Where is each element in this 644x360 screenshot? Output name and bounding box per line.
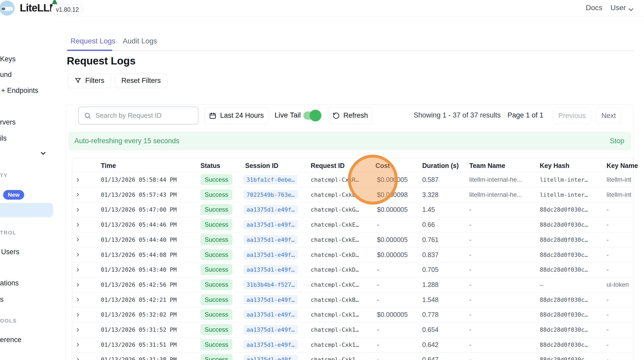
page-indicator: Page 1 of 1: [508, 111, 543, 119]
sidebar-item-inference[interactable]: erence: [0, 336, 22, 344]
sidebar-collapse-chevron-icon[interactable]: [40, 150, 47, 157]
status-badge: Success: [200, 174, 232, 185]
previous-page-button[interactable]: Previous: [553, 108, 591, 124]
cell-key-hash: –: [540, 281, 543, 288]
sidebar-item-guardrails[interactable]: ils: [0, 134, 7, 142]
cell-time: 01/13/2026 05:44:08 PM: [101, 251, 177, 258]
chevron-down-icon[interactable]: [627, 6, 635, 14]
cell-request-id: chatcmpl-CxkE…: [311, 236, 359, 243]
table-row[interactable]: › 01/13/2026 05:31:51 PM Success aa1375d…: [72, 337, 633, 352]
time-range-button[interactable]: Last 24 Hours: [204, 107, 269, 124]
expand-row-chevron-icon[interactable]: ›: [76, 220, 79, 228]
search-icon: [84, 112, 91, 119]
cell-session-id-link[interactable]: aa1375d1-e49f…: [243, 310, 298, 319]
expand-row-chevron-icon[interactable]: ›: [76, 205, 79, 213]
expand-row-chevron-icon[interactable]: ›: [76, 340, 79, 348]
live-tail-toggle[interactable]: [303, 112, 321, 120]
cell-time: 01/13/2026 05:44:46 PM: [101, 221, 177, 228]
expand-row-chevron-icon[interactable]: ›: [76, 310, 79, 318]
cell-duration: 0.587: [422, 176, 439, 184]
cell-session-id-link[interactable]: aa1375d1-e49f…: [243, 265, 298, 274]
expand-row-chevron-icon[interactable]: ›: [76, 280, 79, 288]
cell-team-name: -: [469, 266, 471, 273]
expand-row-chevron-icon[interactable]: ›: [76, 175, 79, 183]
cell-session-id-link[interactable]: aa1375d1-e49f…: [243, 220, 298, 229]
tab-audit-logs[interactable]: Audit Logs: [123, 37, 157, 45]
cell-session-id-link[interactable]: aa1375d1-e49f…: [243, 250, 298, 259]
table-row[interactable]: › 01/13/2026 05:31:38 PM Success aa1375d…: [72, 352, 633, 360]
search-input[interactable]: [95, 111, 190, 120]
cell-key-hash: 88dc28d0f030c…: [540, 311, 588, 318]
cell-session-id-link[interactable]: 31bfa1cf-0ebe…: [243, 175, 298, 184]
expand-row-chevron-icon[interactable]: ›: [76, 265, 79, 273]
expand-row-chevron-icon[interactable]: ›: [76, 295, 79, 303]
filters-button-label: Filters: [85, 77, 105, 85]
cell-request-id: chatcmpl-Cxk1…: [311, 356, 359, 360]
sidebar-item-models-endpoints[interactable]: + Endpoints: [1, 87, 38, 95]
table-row[interactable]: › 01/13/2026 05:44:46 PM Success aa1375d…: [72, 217, 633, 232]
cell-session-id-link[interactable]: 7022549b-763e…: [243, 190, 298, 199]
cell-session-id-link[interactable]: 31b3b4b4-f527…: [243, 280, 298, 289]
reset-filters-button[interactable]: Reset Filters: [115, 73, 167, 88]
expand-row-chevron-icon[interactable]: ›: [76, 190, 79, 198]
cell-time: 01/13/2026 05:42:56 PM: [101, 281, 177, 288]
cell-cost: -: [377, 296, 379, 303]
cell-duration: 0.642: [422, 341, 439, 348]
table-row[interactable]: › 01/13/2026 05:44:08 PM Success aa1375d…: [72, 247, 633, 263]
cell-time: 01/13/2026 05:31:51 PM: [101, 341, 177, 348]
refresh-label: Refresh: [343, 112, 368, 120]
expand-row-chevron-icon[interactable]: ›: [76, 355, 79, 360]
table-row[interactable]: › 01/13/2026 05:31:52 PM Success aa1375d…: [72, 322, 633, 337]
status-badge: Success: [200, 189, 232, 200]
cell-session-id-link[interactable]: aa1375d1-e49f…: [243, 205, 298, 214]
cell-team-name: litellm-internal-he...: [469, 191, 522, 198]
cell-key-name: -: [607, 206, 609, 213]
table-row[interactable]: › 01/13/2026 05:47:00 PM Success aa1375d…: [72, 202, 633, 217]
cell-cost: -: [377, 281, 379, 288]
table-row[interactable]: › 01/13/2026 05:32:02 PM Success aa1375d…: [72, 307, 633, 322]
search-box[interactable]: [78, 107, 198, 125]
cell-request-id: chatcmpl-CxkC…: [311, 281, 359, 288]
sidebar-item-teams[interactable]: s: [0, 296, 4, 304]
status-badge: Success: [200, 234, 232, 245]
cell-session-id-link[interactable]: aa1375d1-e49f…: [243, 325, 298, 334]
tab-request-logs[interactable]: Request Logs: [70, 37, 115, 45]
cell-key-name: -: [607, 221, 609, 228]
expand-row-chevron-icon[interactable]: ›: [76, 325, 79, 333]
app-root: LiteLLM v1.80.12 Docs User Keys und + En…: [0, 0, 644, 360]
sidebar-item-users[interactable]: Users: [1, 248, 19, 256]
sidebar-item-selected[interactable]: [0, 203, 53, 217]
cell-key-name: -: [607, 236, 609, 243]
cell-key-hash: litellm-inter…: [540, 191, 588, 198]
sidebar-item-playground[interactable]: und: [0, 71, 12, 79]
refresh-button[interactable]: Refresh: [328, 107, 372, 124]
status-badge: Success: [200, 249, 232, 260]
expand-row-chevron-icon[interactable]: ›: [76, 235, 79, 243]
table-row[interactable]: › 01/13/2026 05:44:40 PM Success aa1375d…: [72, 232, 633, 247]
filters-button[interactable]: Filters: [68, 73, 111, 88]
stop-auto-refresh-button[interactable]: Stop: [610, 137, 624, 145]
expand-row-chevron-icon[interactable]: ›: [76, 250, 79, 258]
next-page-button[interactable]: Next: [596, 108, 621, 124]
cell-duration: 0.654: [422, 326, 439, 333]
toggle-knob: [310, 110, 321, 121]
live-tail-label: Live Tail: [275, 111, 301, 119]
user-menu[interactable]: User: [610, 4, 626, 12]
sidebar-item-servers[interactable]: rvers: [0, 118, 16, 126]
cell-session-id-link[interactable]: aa1375d1-e49f…: [243, 235, 298, 244]
col-request-id: Request ID: [311, 162, 345, 169]
cell-key-hash: 88dc28d0f030c…: [540, 206, 588, 213]
cell-session-id-link[interactable]: aa1375d1-e49f…: [243, 295, 298, 304]
docs-link[interactable]: Docs: [586, 4, 602, 12]
col-session-id: Session ID: [245, 162, 278, 169]
table-row[interactable]: › 01/13/2026 05:42:56 PM Success 31b3b4b…: [72, 277, 633, 292]
table-row[interactable]: › 01/13/2026 05:43:40 PM Success aa1375d…: [72, 262, 633, 277]
sidebar-section-activity: TY: [0, 173, 8, 179]
sidebar-item-organizations[interactable]: ations: [0, 279, 19, 287]
cell-team-name: -: [469, 221, 471, 228]
new-badge: New: [3, 190, 24, 200]
cell-session-id-link[interactable]: aa1375d1-e49f…: [243, 355, 298, 360]
table-row[interactable]: › 01/13/2026 05:42:21 PM Success aa1375d…: [72, 292, 633, 307]
sidebar-item-keys[interactable]: Keys: [0, 55, 16, 63]
cell-session-id-link[interactable]: aa1375d1-e49f…: [243, 340, 298, 349]
